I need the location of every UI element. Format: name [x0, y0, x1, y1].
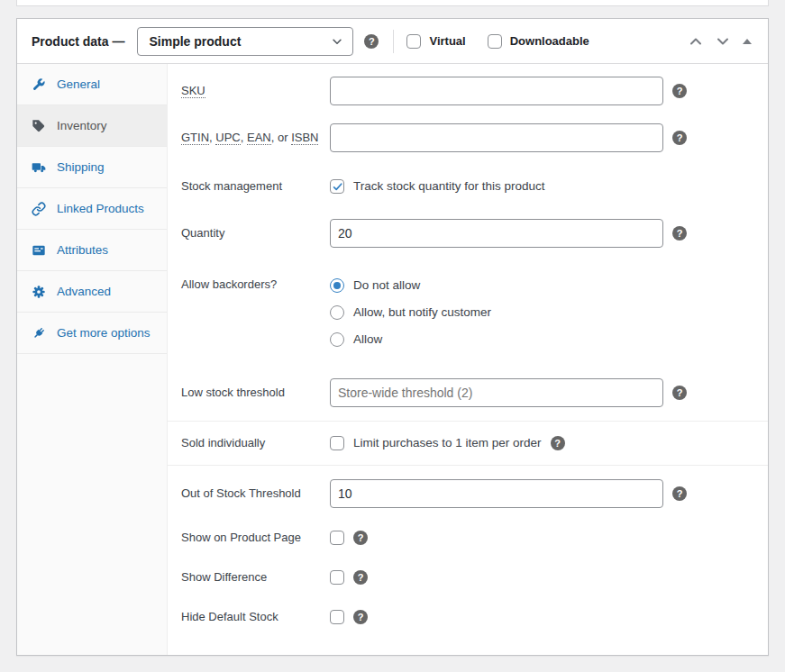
tab-advanced[interactable]: Advanced — [17, 271, 167, 313]
out-of-stock-threshold-label: Out of Stock Threshold — [181, 486, 330, 502]
quantity-help-icon[interactable]: ? — [672, 226, 687, 241]
tab-advanced-label: Advanced — [57, 285, 111, 298]
metabox-handle-actions — [685, 31, 755, 52]
show-difference-row: Show Difference ? — [181, 569, 753, 586]
tab-shipping-label: Shipping — [57, 160, 105, 174]
link-icon — [32, 202, 46, 216]
backorders-label: Allow backorders? — [181, 277, 330, 293]
product-type-selected-value: Simple product — [149, 34, 241, 49]
wrench-icon — [32, 77, 46, 92]
sku-input[interactable] — [330, 77, 663, 105]
backorder-option-allow[interactable]: Allow — [330, 331, 491, 348]
product-data-metabox: Product data — Simple product ? Virtual … — [16, 18, 769, 656]
section-divider — [168, 421, 768, 422]
truck-icon — [32, 160, 46, 175]
tab-shipping[interactable]: Shipping — [17, 147, 167, 188]
move-up-button[interactable] — [685, 31, 707, 52]
hide-default-stock-checkbox[interactable] — [330, 610, 344, 624]
product-data-tabs: General Inventory Shipping Linked Produc… — [17, 64, 168, 655]
sold-individually-checkbox-label[interactable]: Limit purchases to 1 item per order — [353, 435, 542, 451]
virtual-checkbox-box[interactable] — [406, 34, 421, 49]
low-stock-threshold-label: Low stock threshold — [181, 385, 330, 401]
show-on-product-page-label: Show on Product Page — [181, 530, 330, 546]
tab-get-more-options[interactable]: Get more options — [17, 313, 167, 354]
gtin-input[interactable] — [330, 123, 663, 152]
gtin-row: GTIN, UPC, EAN, or ISBN ? — [181, 123, 753, 152]
stock-management-checkbox[interactable] — [330, 179, 344, 194]
sold-individually-row: Sold individually Limit purchases to 1 i… — [181, 435, 753, 451]
downloadable-checkbox-box[interactable] — [488, 34, 502, 49]
gtin-label: GTIN, UPC, EAN, or ISBN — [181, 130, 330, 146]
header-divider — [393, 30, 394, 53]
sku-help-icon[interactable]: ? — [672, 84, 687, 98]
inventory-panel: SKU ? GTIN, UPC, EAN, or ISBN ? Stock ma… — [168, 64, 768, 655]
show-on-product-page-checkbox[interactable] — [330, 531, 344, 545]
quantity-row: Quantity ? — [181, 219, 753, 248]
low-stock-threshold-input[interactable] — [330, 378, 663, 407]
sku-row: SKU ? — [181, 77, 753, 105]
product-type-help-icon[interactable]: ? — [364, 34, 379, 49]
downloadable-checkbox[interactable]: Downloadable — [488, 34, 589, 49]
tab-linked-products[interactable]: Linked Products — [17, 188, 167, 230]
tab-general[interactable]: General — [17, 64, 167, 105]
show-difference-label: Show Difference — [181, 569, 330, 586]
metabox-title: Product data — — [32, 34, 124, 49]
stock-management-row: Stock management Track stock quantity fo… — [181, 178, 753, 195]
chevron-up-icon — [689, 34, 703, 49]
low-stock-threshold-row: Low stock threshold ? — [181, 378, 753, 407]
product-type-select[interactable]: Simple product — [137, 27, 353, 56]
tab-attributes-label: Attributes — [57, 243, 108, 257]
gtin-help-icon[interactable]: ? — [672, 131, 687, 145]
out-of-stock-threshold-input[interactable] — [330, 479, 663, 508]
chevron-down-icon — [331, 35, 343, 48]
virtual-checkbox[interactable]: Virtual — [406, 34, 465, 49]
chevron-down-icon — [716, 34, 730, 49]
downloadable-checkbox-label: Downloadable — [510, 34, 589, 48]
hide-default-stock-row: Hide Default Stock ? — [181, 609, 753, 625]
metabox-body: General Inventory Shipping Linked Produc… — [17, 64, 768, 655]
toggle-panel-button[interactable] — [739, 35, 755, 48]
show-on-product-page-help-icon[interactable]: ? — [353, 531, 368, 545]
tab-linked-products-label: Linked Products — [57, 202, 144, 215]
backorders-radio-group: Do not allow Allow, but notify customer … — [330, 277, 491, 348]
backorder-option-do-not-allow[interactable]: Do not allow — [330, 277, 491, 294]
quantity-input[interactable] — [330, 219, 663, 248]
tag-icon — [32, 119, 46, 133]
low-stock-help-icon[interactable]: ? — [672, 386, 687, 400]
quantity-label: Quantity — [181, 225, 330, 241]
stock-management-label: Stock management — [181, 178, 330, 195]
plug-icon — [32, 326, 46, 341]
show-on-product-page-row: Show on Product Page ? — [181, 530, 753, 546]
out-of-stock-threshold-row: Out of Stock Threshold ? — [181, 479, 753, 508]
sku-label: SKU — [181, 83, 330, 99]
out-of-stock-help-icon[interactable]: ? — [672, 486, 687, 501]
radio-selected[interactable] — [330, 278, 344, 293]
tab-general-label: General — [57, 77, 100, 91]
hide-default-stock-help-icon[interactable]: ? — [353, 610, 368, 624]
radio-unselected[interactable] — [330, 305, 344, 320]
collapse-triangle-icon — [743, 39, 752, 44]
sold-individually-help-icon[interactable]: ? — [551, 436, 565, 450]
tab-inventory[interactable]: Inventory — [17, 105, 167, 147]
stock-management-checkbox-label[interactable]: Track stock quantity for this product — [353, 178, 545, 195]
sold-individually-label: Sold individually — [181, 435, 330, 451]
previous-metabox-edge — [16, 0, 769, 6]
show-difference-checkbox[interactable] — [330, 570, 344, 585]
metabox-header: Product data — Simple product ? Virtual … — [17, 19, 768, 64]
sold-individually-checkbox[interactable] — [330, 436, 344, 450]
radio-unselected[interactable] — [330, 332, 344, 347]
hide-default-stock-label: Hide Default Stock — [181, 609, 330, 625]
backorders-row: Allow backorders? Do not allow Allow, bu… — [181, 277, 753, 348]
tab-attributes[interactable]: Attributes — [17, 230, 167, 271]
section-divider — [168, 465, 768, 466]
tab-inventory-label: Inventory — [57, 119, 107, 132]
backorder-option-allow-notify[interactable]: Allow, but notify customer — [330, 304, 491, 321]
card-icon — [32, 243, 46, 258]
show-difference-help-icon[interactable]: ? — [353, 570, 368, 585]
virtual-checkbox-label: Virtual — [429, 34, 465, 48]
tab-get-more-options-label: Get more options — [57, 326, 151, 340]
move-down-button[interactable] — [712, 31, 734, 52]
gear-icon — [32, 285, 46, 299]
